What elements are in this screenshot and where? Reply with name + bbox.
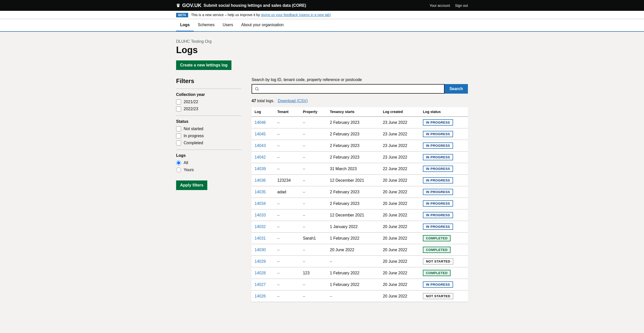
cell-log-status: IN PROGRESS (420, 175, 468, 186)
nav-item-logs[interactable]: Logs (176, 19, 194, 32)
cell-log-created: 20 June 2022 (380, 244, 420, 256)
checkbox-not-started[interactable]: Not started (176, 126, 242, 131)
org-name: DLUHC Testing Org (176, 39, 468, 44)
log-link-14046[interactable]: 14046 (255, 120, 266, 125)
cell-log-status: NOT STARTED (420, 290, 468, 302)
log-link-14042[interactable]: 14042 (255, 155, 266, 159)
table-row: 14027 – – 1 February 2022 20 June 2022 I… (252, 279, 468, 290)
cell-property: – (300, 140, 327, 152)
checkbox-2022-23-input[interactable] (176, 106, 181, 112)
log-link-14036[interactable]: 14036 (255, 178, 266, 182)
log-link-14028[interactable]: 14028 (255, 271, 266, 275)
apply-filters-button[interactable]: Apply filters (176, 180, 207, 190)
cell-log-status: IN PROGRESS (420, 163, 468, 175)
checkbox-in-progress[interactable]: In progress (176, 133, 242, 138)
cell-log-created: 23 June 2022 (380, 140, 420, 152)
log-link-14030[interactable]: 14030 (255, 248, 266, 252)
cell-log-status: IN PROGRESS (420, 140, 468, 152)
collection-year-filter: Collection year 2021/22 2022/23 (176, 89, 242, 112)
cell-tenant: – (274, 256, 300, 267)
cell-log-id: 14043 (252, 140, 274, 152)
cell-tenant: – (274, 140, 300, 152)
cell-tenant: – (274, 267, 300, 279)
sign-out-link[interactable]: Sign out (455, 4, 468, 8)
status-badge: IN PROGRESS (423, 224, 453, 230)
gov-logo-name: GOV.UK (182, 3, 202, 8)
results-count: 47 (252, 99, 256, 103)
radio-all[interactable]: All (176, 160, 242, 165)
collection-year-label: Collection year (176, 92, 242, 97)
cell-tenant: – (274, 163, 300, 175)
nav-bar: Logs Schemes Users About your organisati… (0, 19, 644, 32)
cell-tenancy-starts: 2 February 2023 (327, 198, 380, 209)
cell-tenancy-starts: 1 February 2022 (327, 267, 380, 279)
table-row: 14033 – – 12 December 2021 20 June 2022 … (252, 209, 468, 221)
log-link-14045[interactable]: 14045 (255, 132, 266, 136)
checkbox-in-progress-label[interactable]: In progress (184, 134, 204, 138)
cell-tenancy-starts: 12 December 2021 (327, 209, 380, 221)
radio-all-label[interactable]: All (184, 161, 188, 165)
table-body: 14046 – – 2 February 2023 23 June 2022 I… (252, 117, 468, 302)
cell-property: – (300, 290, 327, 302)
checkbox-2022-23-label[interactable]: 2022/23 (184, 107, 198, 111)
table-row: 14045 – – 2 February 2023 23 June 2022 I… (252, 128, 468, 140)
checkbox-not-started-input[interactable] (176, 126, 181, 131)
radio-all-input[interactable] (176, 160, 181, 165)
download-csv-link[interactable]: Download (CSV) (278, 99, 308, 103)
table-row: 14029 – – – 20 June 2022 NOT STARTED (252, 256, 468, 267)
checkbox-2021-22-label[interactable]: 2021/22 (184, 100, 198, 104)
cell-log-created: 20 June 2022 (380, 221, 420, 233)
cell-property: Sarah1 (300, 233, 327, 244)
cell-log-status: COMPLETED (420, 267, 468, 279)
logs-filter: Logs All Yours (176, 150, 242, 172)
radio-yours-input[interactable] (176, 167, 181, 172)
cell-property: – (300, 279, 327, 290)
main-content: DLUHC Testing Org Logs Create a new lett… (0, 32, 644, 333)
checkbox-not-started-label[interactable]: Not started (184, 127, 203, 131)
status-badge: IN PROGRESS (423, 154, 453, 160)
header-title: Submit social housing lettings and sales… (204, 3, 306, 8)
log-link-14043[interactable]: 14043 (255, 143, 266, 148)
cell-log-created: 20 June 2022 (380, 290, 420, 302)
table-row: 14039 – – 31 March 2023 22 June 2022 IN … (252, 163, 468, 175)
checkbox-2021-22-input[interactable] (176, 99, 181, 104)
log-link-14032[interactable]: 14032 (255, 225, 266, 229)
checkbox-completed-label[interactable]: Completed (184, 141, 203, 145)
log-link-14029[interactable]: 14029 (255, 259, 266, 264)
status-badge: IN PROGRESS (423, 281, 453, 288)
table-row: 14034 – – 2 February 2023 20 June 2022 I… (252, 198, 468, 209)
cell-tenancy-starts: 2 February 2023 (327, 117, 380, 128)
checkbox-2021-22[interactable]: 2021/22 (176, 99, 242, 104)
search-button[interactable]: Search (445, 84, 468, 94)
checkbox-2022-23[interactable]: 2022/23 (176, 106, 242, 112)
nav-item-schemes[interactable]: Schemes (194, 19, 219, 32)
log-link-14034[interactable]: 14034 (255, 201, 266, 206)
cell-log-id: 14027 (252, 279, 274, 290)
checkbox-completed[interactable]: Completed (176, 140, 242, 145)
log-link-14031[interactable]: 14031 (255, 236, 266, 240)
radio-yours[interactable]: Yours (176, 167, 242, 172)
cell-tenant: – (274, 279, 300, 290)
cell-tenant: – (274, 128, 300, 140)
checkbox-in-progress-input[interactable] (176, 133, 181, 138)
page-title: Logs (176, 45, 468, 55)
log-link-14027[interactable]: 14027 (255, 282, 266, 287)
log-link-14026[interactable]: 14026 (255, 294, 266, 298)
radio-yours-label[interactable]: Yours (184, 168, 194, 172)
feedback-link[interactable]: giving us your feedback (opens in a new … (261, 13, 331, 17)
log-link-14039[interactable]: 14039 (255, 167, 266, 171)
checkbox-completed-input[interactable] (176, 140, 181, 145)
status-badge: IN PROGRESS (423, 142, 453, 149)
status-badge: IN PROGRESS (423, 177, 453, 183)
create-lettings-log-button[interactable]: Create a new lettings log (176, 60, 231, 70)
cell-tenant: – (274, 117, 300, 128)
filters-title: Filters (176, 78, 242, 85)
your-account-link[interactable]: Your account (429, 4, 450, 8)
results-text: total logs. (257, 99, 274, 103)
nav-item-users[interactable]: Users (219, 19, 237, 32)
cell-tenant: – (274, 244, 300, 256)
log-link-14035[interactable]: 14035 (255, 190, 266, 194)
nav-item-about[interactable]: About your organisation (237, 19, 288, 32)
log-link-14033[interactable]: 14033 (255, 213, 266, 217)
search-input[interactable] (252, 84, 445, 94)
